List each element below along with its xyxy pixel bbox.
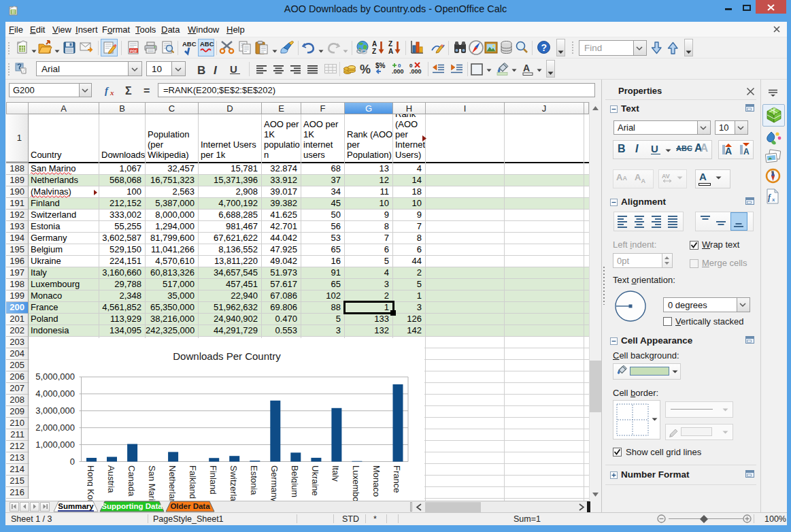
svg-text:x: x	[771, 196, 775, 203]
svg-text:N: N	[771, 170, 774, 174]
svg-text:A: A	[725, 146, 732, 156]
svg-text:A: A	[743, 147, 750, 156]
svg-text:AV: AV	[662, 173, 670, 180]
